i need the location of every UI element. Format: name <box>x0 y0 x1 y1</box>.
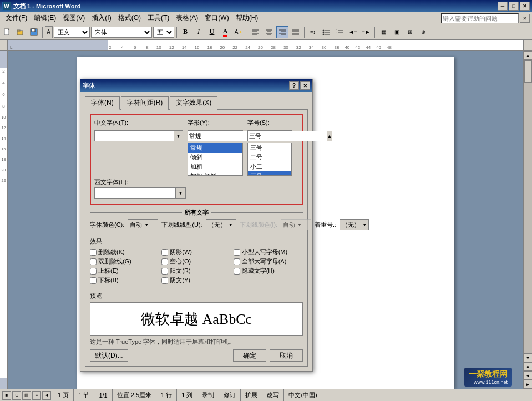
size-dropdown[interactable]: 五号 <box>153 27 174 38</box>
next-page-button[interactable]: ► <box>524 380 533 389</box>
highlight-button[interactable]: A▲ <box>232 26 245 38</box>
menu-table[interactable]: 表格(A) <box>173 12 201 24</box>
italic-button[interactable]: I <box>192 26 205 38</box>
effect-outline[interactable]: 空心(O) <box>161 257 231 266</box>
effect-strikethrough-checkbox[interactable] <box>90 249 97 256</box>
bold-button[interactable]: B <box>179 26 191 38</box>
size-scroll-up[interactable]: ▲ <box>327 131 332 141</box>
style-item-italic[interactable]: 倾斜 <box>188 153 242 162</box>
prev-page-button[interactable]: ◄ <box>524 371 533 380</box>
normal-view-button[interactable]: ■ <box>2 391 11 400</box>
menu-window[interactable]: 窗口(W) <box>201 12 232 24</box>
emphasis-dropdown[interactable]: （无） ▼ <box>340 219 369 230</box>
font-dropdown[interactable]: 宋体 <box>91 27 152 38</box>
dialog-close-button[interactable]: ✕ <box>300 81 310 90</box>
effect-strikethrough[interactable]: 删除线(K) <box>90 248 159 256</box>
font-color-button[interactable]: A <box>219 26 231 38</box>
chinese-font-dropdown-btn[interactable]: ▼ <box>174 131 183 141</box>
bullets-button[interactable] <box>320 26 332 38</box>
indent-increase-button[interactable]: ≡► <box>360 26 372 38</box>
effect-engrave-checkbox[interactable] <box>161 277 168 284</box>
dialog-help-button[interactable]: ? <box>289 81 299 90</box>
effect-double-strikethrough[interactable]: 双删除线(G) <box>90 257 159 266</box>
underline-style-dropdown[interactable]: （无） ▼ <box>206 219 236 230</box>
maximize-button[interactable]: □ <box>509 2 519 11</box>
scroll-down-button[interactable]: ▼ <box>524 353 533 362</box>
scroll-track[interactable] <box>524 60 533 353</box>
effect-small-caps[interactable]: 小型大写字母(M) <box>234 248 303 256</box>
align-right-button[interactable] <box>276 26 288 38</box>
help-search-close[interactable]: ✕ <box>520 14 530 23</box>
menu-tools[interactable]: 工具(T) <box>144 12 173 24</box>
open-button[interactable] <box>14 26 27 38</box>
border-button[interactable]: ▦ <box>377 26 389 38</box>
effect-subscript[interactable]: 下标(B) <box>90 276 159 285</box>
close-button[interactable]: ✕ <box>520 2 530 11</box>
outline-view-button[interactable]: ≡ <box>32 391 41 400</box>
effect-hidden[interactable]: 隐藏文字(H) <box>234 267 303 275</box>
new-button[interactable] <box>1 26 13 38</box>
effect-engrave[interactable]: 阴文(Y) <box>161 276 231 285</box>
scroll-up-button[interactable]: ▲ <box>524 51 533 60</box>
size-text-field[interactable] <box>248 131 327 141</box>
size-item-4[interactable]: 三号 <box>248 171 291 176</box>
style-item-bold[interactable]: 加粗 <box>188 162 242 171</box>
web-view-button[interactable]: ⊕ <box>12 391 21 400</box>
font-color-dropdown[interactable]: 自动 ▼ <box>128 219 158 230</box>
style-item-bold-italic[interactable]: 加粗 倾斜 <box>188 171 242 176</box>
line-spacing-button[interactable]: ≡↕ <box>307 26 319 38</box>
effect-small-caps-checkbox[interactable] <box>234 249 240 256</box>
western-font-dropdown[interactable]: Times New Roman ▼ <box>94 187 186 199</box>
style-dropdown[interactable]: 正文 <box>54 27 90 38</box>
size-item-2[interactable]: 二号 <box>248 153 291 162</box>
menu-view[interactable]: 视图(V) <box>59 12 88 24</box>
size-listbox[interactable]: 三号 二号 小二 三号 小三 四号 <box>247 143 292 176</box>
table-button[interactable]: ⊞ <box>404 26 416 38</box>
select-browse-object-button[interactable]: ● <box>524 362 533 371</box>
effect-double-strikethrough-checkbox[interactable] <box>90 258 97 265</box>
style-item-regular[interactable]: 常规 <box>188 143 242 153</box>
special-btn[interactable]: ⊕ <box>417 26 429 38</box>
tab-text-effects[interactable]: 文字效果(X) <box>170 96 217 110</box>
tab-character-spacing[interactable]: 字符间距(R) <box>121 96 169 110</box>
chinese-font-field[interactable]: 仿宋_GB2312 <box>95 131 174 141</box>
print-view-button[interactable]: ▤ <box>22 391 31 400</box>
size-item-1[interactable]: 三号 <box>248 143 291 153</box>
menu-help[interactable]: 帮助(H) <box>232 12 262 24</box>
justify-button[interactable] <box>290 26 302 38</box>
numbering-button[interactable]: 12 <box>333 26 346 38</box>
effect-subscript-checkbox[interactable] <box>90 277 97 284</box>
effect-shadow-checkbox[interactable] <box>161 249 168 256</box>
size-item-3[interactable]: 小二 <box>248 162 291 171</box>
menu-insert[interactable]: 插入(I) <box>88 12 114 24</box>
tab-font[interactable]: 字体(N) <box>85 96 120 110</box>
menu-format[interactable]: 格式(O) <box>115 12 144 24</box>
save-button[interactable] <box>28 26 40 38</box>
minimize-button[interactable]: ─ <box>498 2 508 11</box>
indent-decrease-button[interactable]: ◄≡ <box>347 26 359 38</box>
effect-shadow[interactable]: 阴影(W) <box>161 248 231 256</box>
effect-superscript-checkbox[interactable] <box>90 268 97 275</box>
help-search-input[interactable] <box>441 13 519 23</box>
effect-superscript[interactable]: 上标(E) <box>90 267 159 275</box>
effect-emboss[interactable]: 阳文(R) <box>161 267 231 275</box>
chinese-font-dropdown[interactable]: 仿宋_GB2312 ▼ <box>94 130 183 141</box>
effect-outline-checkbox[interactable] <box>161 258 168 265</box>
ok-button[interactable]: 确定 <box>233 349 266 362</box>
align-center-button[interactable] <box>263 26 275 38</box>
effect-all-caps-checkbox[interactable] <box>234 258 240 265</box>
menu-file[interactable]: 文件(F) <box>2 12 31 24</box>
western-font-field[interactable]: Times New Roman <box>95 188 175 198</box>
effect-all-caps[interactable]: 全部大写字母(A) <box>234 257 303 266</box>
cancel-button[interactable]: 取消 <box>270 349 303 362</box>
underline-button[interactable]: U <box>206 26 218 38</box>
scroll-thumb[interactable] <box>524 60 532 83</box>
style-listbox[interactable]: 常规 倾斜 加粗 加粗 倾斜 <box>188 143 243 176</box>
default-button[interactable]: 默认(D)... <box>90 349 128 362</box>
align-left-button[interactable] <box>250 26 262 38</box>
western-font-dropdown-btn[interactable]: ▼ <box>175 188 185 198</box>
effect-hidden-checkbox[interactable] <box>234 268 240 275</box>
effect-emboss-checkbox[interactable] <box>161 268 168 275</box>
menu-edit[interactable]: 编辑(E) <box>31 12 59 24</box>
scroll-left-button[interactable]: ◄ <box>42 391 51 400</box>
